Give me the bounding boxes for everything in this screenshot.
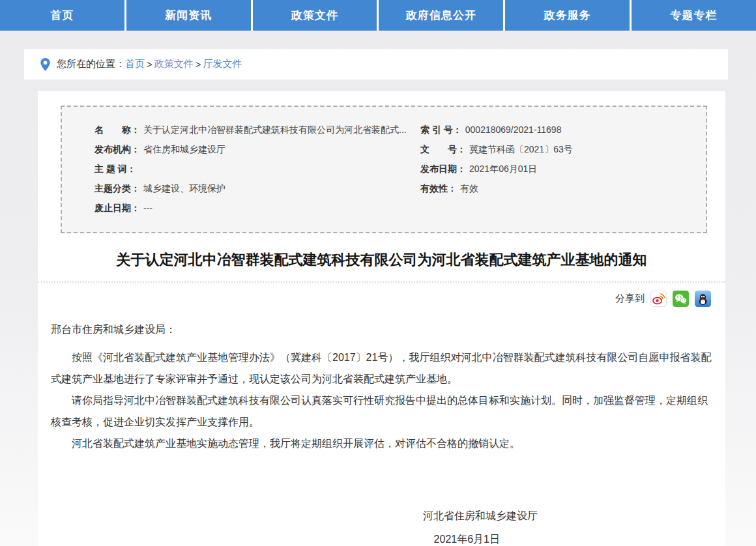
meta-value: 有效 <box>460 183 478 194</box>
meta-field-keywords: 主 题 词： <box>94 159 420 179</box>
meta-field-document-number: 文 号：冀建节科函〔2021〕63号 <box>420 139 693 159</box>
metadata-left-column: 名 称：关于认定河北中冶智群装配式建筑科技有限公司为河北省装配式... 发布机构… <box>94 120 420 218</box>
signature-block: 河北省住房和城乡建设厅 2021年6月1日 <box>51 505 712 546</box>
breadcrumb-prefix: 您所在的位置： <box>57 58 125 70</box>
metadata-right-column: 索 引 号：000218069/2021-11698 文 号：冀建节科函〔202… <box>420 120 693 218</box>
meta-label: 文 号： <box>420 144 466 154</box>
meta-field-publish-date: 发布日期：2021年06月01日 <box>420 159 693 179</box>
signature-date: 2021年6月1日 <box>51 528 500 546</box>
share-label: 分享到 <box>615 293 645 305</box>
meta-field-issuing-agency: 发布机构：省住房和城乡建设厅 <box>94 139 420 159</box>
meta-value: 省住房和城乡建设厅 <box>143 144 225 154</box>
qq-share-icon[interactable] <box>695 291 711 307</box>
document-metadata-box: 名 称：关于认定河北中冶智群装配式建筑科技有限公司为河北省装配式... 发布机构… <box>61 106 707 233</box>
wechat-share-icon[interactable] <box>673 291 689 307</box>
meta-value: 城乡建设、环境保护 <box>143 183 225 194</box>
meta-label: 发布机构： <box>94 144 140 154</box>
meta-field-validity: 有效性：有效 <box>420 179 693 198</box>
title-divider <box>38 281 725 283</box>
breadcrumb: 您所在的位置： 首页 > 政策文件 > 厅发文件 <box>24 49 728 79</box>
nav-item-special-columns[interactable]: 专题专栏 <box>632 0 756 31</box>
breadcrumb-link-policy-documents[interactable]: 政策文件 <box>154 58 194 70</box>
meta-label: 主 题 词： <box>94 164 136 174</box>
share-row: 分享到 <box>38 291 725 307</box>
meta-field-name: 名 称：关于认定河北中冶智群装配式建筑科技有限公司为河北省装配式... <box>94 120 420 139</box>
top-navigation: 首页 新闻资讯 政策文件 政府信息公开 政务服务 专题专栏 <box>0 0 756 31</box>
article-paragraph: 按照《河北省装配式建筑产业基地管理办法》（冀建科〔2017〕21号），我厅组织对… <box>51 347 712 390</box>
meta-field-index-number: 索 引 号：000218069/2021-11698 <box>420 120 693 139</box>
page-title: 关于认定河北中冶智群装配式建筑科技有限公司为河北省装配式建筑产业基地的通知 <box>57 250 706 270</box>
breadcrumb-link-home[interactable]: 首页 <box>125 58 145 70</box>
article-salutation: 邢台市住房和城乡建设局： <box>51 319 712 340</box>
nav-item-home[interactable]: 首页 <box>0 0 126 31</box>
nav-item-gov-services[interactable]: 政务服务 <box>505 0 632 31</box>
nav-item-news[interactable]: 新闻资讯 <box>126 0 253 31</box>
weibo-share-icon[interactable] <box>650 291 667 307</box>
breadcrumb-link-department-documents[interactable]: 厅发文件 <box>203 58 242 70</box>
meta-field-subject-category: 主题分类：城乡建设、环境保护 <box>94 179 420 198</box>
meta-value: 2021年06月01日 <box>469 164 537 174</box>
article-paragraph: 河北省装配式建筑产业基地实施动态管理，我厅将定期组织开展评估，对评估不合格的撤销… <box>51 433 712 454</box>
signature-organization: 河北省住房和城乡建设厅 <box>51 505 538 526</box>
content-panel: 名 称：关于认定河北中冶智群装配式建筑科技有限公司为河北省装配式... 发布机构… <box>38 91 725 546</box>
meta-value: --- <box>143 203 153 213</box>
meta-label: 主题分类： <box>94 183 140 194</box>
meta-value: 关于认定河北中冶智群装配式建筑科技有限公司为河北省装配式... <box>143 124 407 135</box>
article-paragraph: 请你局指导河北中冶智群装配式建筑科技有限公司认真落实可行性研究报告中提出的总体目… <box>51 390 712 433</box>
meta-label: 有效性： <box>420 183 457 194</box>
nav-item-policy-documents[interactable]: 政策文件 <box>253 0 379 31</box>
meta-label: 废止日期： <box>94 203 140 213</box>
meta-label: 名 称： <box>94 124 140 135</box>
location-pin-icon <box>40 57 51 72</box>
nav-item-gov-info-disclosure[interactable]: 政府信息公开 <box>379 0 505 31</box>
article-body: 邢台市住房和城乡建设局： 按照《河北省装配式建筑产业基地管理办法》（冀建科〔20… <box>38 307 725 546</box>
meta-label: 索 引 号： <box>420 124 462 135</box>
breadcrumb-separator: > <box>147 59 153 70</box>
meta-label: 发布日期： <box>420 164 466 174</box>
breadcrumb-separator: > <box>196 59 201 70</box>
meta-value: 冀建节科函〔2021〕63号 <box>469 144 573 154</box>
meta-value: 000218069/2021-11698 <box>465 124 562 135</box>
meta-field-repeal-date: 废止日期：--- <box>94 198 420 218</box>
